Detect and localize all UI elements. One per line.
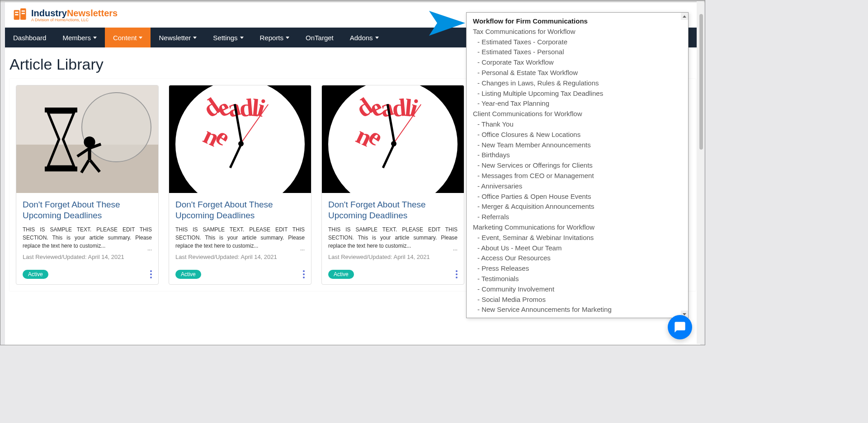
svg-line-10 [77,148,90,156]
nav-item-members[interactable]: Members [54,28,105,47]
page-scrollbar-thumb[interactable] [699,14,703,150]
nav-item-settings[interactable]: Settings [205,28,251,47]
article-card[interactable]: deadline Don't Forget About These Upcomi… [321,85,464,285]
article-summary: THIS IS SAMPLE TEXT. PLEASE EDIT THIS SE… [328,226,458,250]
truncation-ellipsis: ... [147,245,152,252]
dropdown-item[interactable]: - Estimated Taxes - Personal [473,47,682,57]
article-summary: THIS IS SAMPLE TEXT. PLEASE EDIT THIS SE… [175,226,305,250]
nav-label: Newsletter [159,34,191,42]
article-card-footer: Active [16,264,158,284]
dropdown-item[interactable]: - About Us - Meet Our Team [473,243,682,254]
svg-line-12 [81,160,89,173]
article-card[interactable]: deadline Don't Forget About These Upcomi… [169,85,311,285]
chat-widget-button[interactable] [668,315,692,339]
article-card-footer: Active [169,264,311,284]
nav-label: Settings [213,34,237,42]
dropdown-item[interactable]: - Merger & Acquisition Announcements [473,202,682,212]
nav-label: Content [113,34,137,42]
dropdown-section-header[interactable]: Marketing Communications for Workflow [473,222,682,233]
dropdown-item[interactable]: - Corporate Tax Workflow [473,57,682,68]
dropdown-scroll-up[interactable] [681,13,688,20]
article-card-body: Don't Forget About These Upcoming Deadli… [16,193,158,264]
nav-item-content[interactable]: Content [105,28,151,47]
svg-rect-5 [22,13,25,14]
status-badge: Active [175,270,201,279]
dropdown-item[interactable]: - Press Releases [473,263,682,274]
article-card-body: Don't Forget About These Upcoming Deadli… [169,193,311,264]
dropdown-item[interactable]: - Messages from CEO or Management [473,171,682,181]
nav-label: Members [62,34,91,42]
dropdown-item[interactable]: - Birthdays [473,150,682,160]
dropdown-item[interactable]: - Community Involvement [473,284,682,295]
nav-label: Addons [350,34,373,42]
kebab-menu-button[interactable] [456,270,458,278]
status-badge: Active [23,270,48,279]
dropdown-item[interactable]: - New Services or Offerings for Clients [473,160,682,171]
nav-item-ontarget[interactable]: OnTarget [297,28,342,47]
article-card-body: Don't Forget About These Upcoming Deadli… [322,193,464,264]
dropdown-item[interactable]: - Estimated Taxes - Corporate [473,37,682,47]
dropdown-item[interactable]: - Event, Seminar & Webinar Invitations [473,233,682,243]
nav-item-addons[interactable]: Addons [342,28,387,47]
article-summary: THIS IS SAMPLE TEXT. PLEASE EDIT THIS SE… [23,226,152,250]
logo[interactable]: IndustryNewsletters A Division of HomeAc… [12,7,118,23]
article-card[interactable]: Don't Forget About These Upcoming Deadli… [16,85,159,285]
status-badge: Active [328,270,354,279]
article-date: Last Reviewed/Updated: April 14, 2021 [328,254,458,260]
dropdown-item[interactable]: - Thank You [473,119,682,130]
logo-brand-2: Newsletters [67,8,118,18]
dropdown-item[interactable]: - Changes in Laws, Rules & Regulations [473,78,682,89]
caret-down-icon [240,37,244,39]
logo-brand-1: Industry [31,8,67,18]
dropdown-item[interactable]: - Office Parties & Open House Events [473,192,682,202]
article-thumbnail: deadline [322,85,464,193]
dropdown-item[interactable]: - Referrals [473,212,682,222]
article-title[interactable]: Don't Forget About These Upcoming Deadli… [23,199,152,221]
svg-line-13 [90,160,100,172]
kebab-menu-button[interactable] [303,270,305,278]
dropdown-item[interactable]: - Year-end Tax Planning [473,99,682,109]
article-title[interactable]: Don't Forget About These Upcoming Deadli… [175,199,305,221]
article-card-footer: Active [322,264,464,284]
dropdown-item[interactable]: - Testimonials [473,274,682,284]
svg-rect-2 [15,12,18,13]
dropdown-item[interactable]: - New Team Member Announcements [473,140,682,150]
article-thumbnail [16,85,158,193]
truncation-ellipsis: ... [300,245,305,252]
logo-subtitle: A Division of HomeActions, LLC [31,18,118,22]
truncation-ellipsis: ... [453,245,458,252]
svg-rect-3 [15,14,18,15]
kebab-menu-button[interactable] [150,270,152,278]
dropdown-item[interactable]: - Access Our Resources [473,253,682,263]
caret-down-icon [139,37,142,39]
app-window: IndustryNewsletters A Division of HomeAc… [0,0,705,345]
caret-down-icon [193,37,197,39]
workflow-dropdown-panel[interactable]: Workflow for Firm CommunicationsTax Comm… [466,12,689,318]
dropdown-section-header[interactable]: Client Communications for Workflow [473,109,682,119]
nav-item-reports[interactable]: Reports [252,28,298,47]
dropdown-item[interactable]: - Anniversaries [473,181,682,192]
nav-label: OnTarget [306,34,334,42]
svg-rect-4 [22,10,25,12]
logo-text: IndustryNewsletters A Division of HomeAc… [31,8,118,22]
dropdown-section-header[interactable]: Tax Communications for Workflow [473,27,682,37]
nav-label: Reports [260,34,284,42]
nav-item-dashboard[interactable]: Dashboard [5,28,54,47]
article-thumbnail: deadline [169,85,311,193]
nav-label: Dashboard [13,34,46,42]
chevron-down-icon [683,313,686,315]
caret-down-icon [375,37,379,39]
dropdown-item[interactable]: - New Service Announcements for Marketin… [473,305,682,315]
chat-icon [674,321,686,334]
dropdown-item[interactable]: - Listing Multiple Upcoming Tax Deadline… [473,89,682,99]
nav-item-newsletter[interactable]: Newsletter [151,28,205,47]
article-title[interactable]: Don't Forget About These Upcoming Deadli… [328,199,458,221]
dropdown-item[interactable]: - Office Closures & New Locations [473,130,682,140]
chevron-up-icon [683,15,686,18]
dropdown-item[interactable]: - Social Media Promos [473,295,682,305]
svg-marker-14 [429,11,465,36]
annotation-arrow-icon [429,9,470,38]
dropdown-item[interactable]: - Personal & Estate Tax Workflow [473,68,682,78]
article-date: Last Reviewed/Updated: April 14, 2021 [175,254,305,260]
article-date: Last Reviewed/Updated: April 14, 2021 [23,254,152,260]
